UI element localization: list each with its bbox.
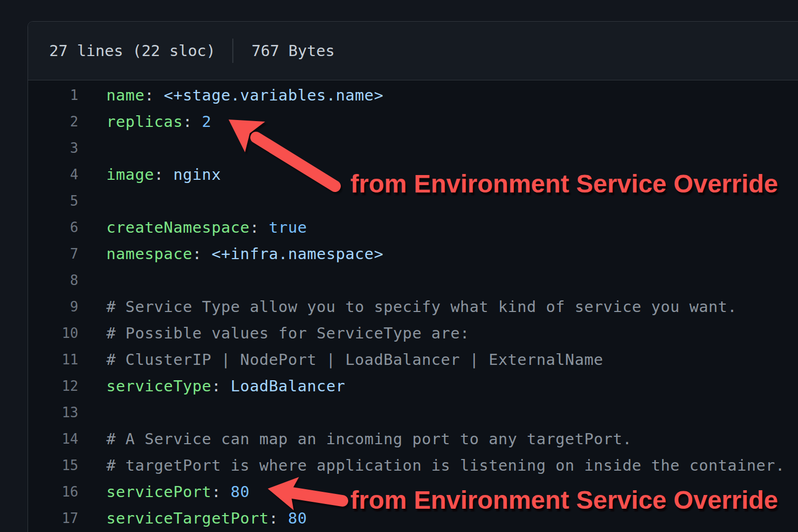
line-number[interactable]: 10 [28, 320, 78, 346]
line-number[interactable]: 7 [28, 241, 78, 267]
code-line: 10# Possible values for ServiceType are: [28, 320, 798, 346]
code-token-key: serviceType [106, 377, 212, 395]
line-number[interactable]: 14 [28, 426, 78, 452]
code-text: serviceType: LoadBalancer [78, 373, 346, 399]
code-text: # targetPort is where application is lis… [78, 452, 785, 479]
code-token-str: LoadBalancer [231, 377, 346, 395]
code-token-comment: # A Service can map an incoming port to … [106, 430, 632, 448]
code-lines: 1name: <+stage.variables.name>2replicas:… [28, 80, 798, 531]
code-line: 8 [28, 267, 798, 293]
code-text: serviceTargetPort: 80 [78, 505, 307, 531]
code-line: 14# A Service can map an incoming port t… [28, 426, 798, 452]
code-token-punc: : [193, 245, 212, 263]
line-number[interactable]: 3 [28, 135, 78, 161]
code-text [78, 188, 106, 214]
code-token-comment: # targetPort is where application is lis… [106, 456, 785, 474]
code-line: 9# Service Type allow you to specify wha… [28, 293, 798, 320]
code-text: # Service Type allow you to specify what… [78, 293, 737, 320]
code-text: namespace: <+infra.namespace> [78, 241, 384, 267]
code-token-num: 2 [202, 113, 212, 131]
code-text: replicas: 2 [78, 108, 212, 135]
code-line: 3 [28, 135, 798, 161]
code-token-punc: : [154, 166, 173, 184]
code-text: servicePort: 80 [78, 479, 250, 505]
file-viewer: 27 lines (22 sloc) 767 Bytes 1name: <+st… [28, 21, 798, 532]
code-token-key: namespace [106, 245, 193, 263]
line-number[interactable]: 1 [28, 82, 78, 108]
code-line: 13 [28, 399, 798, 426]
code-text: # A Service can map an incoming port to … [78, 426, 632, 452]
code-token-comment: # ClusterIP | NodePort | LoadBalancer | … [106, 351, 603, 369]
code-line: 12serviceType: LoadBalancer [28, 373, 798, 399]
header-divider [232, 39, 233, 63]
code-token-key: createNamespace [106, 218, 250, 236]
code-line: 7namespace: <+infra.namespace> [28, 241, 798, 267]
code-line: 1name: <+stage.variables.name> [28, 82, 798, 108]
code-line: 11# ClusterIP | NodePort | LoadBalancer … [28, 346, 798, 373]
code-token-punc: : [212, 377, 231, 395]
annotation-label-bottom: from Environment Service Override [350, 487, 778, 514]
code-text: # Possible values for ServiceType are: [78, 320, 469, 346]
code-token-comment: # Possible values for ServiceType are: [106, 324, 469, 342]
code-token-punc: : [269, 509, 288, 527]
line-number[interactable]: 6 [28, 214, 78, 241]
code-text [78, 135, 106, 161]
line-number[interactable]: 15 [28, 452, 78, 479]
file-lines-info: 27 lines (22 sloc) [49, 42, 215, 60]
code-text: name: <+stage.variables.name> [78, 82, 384, 108]
line-number[interactable]: 11 [28, 346, 78, 373]
line-number[interactable]: 2 [28, 108, 78, 135]
code-token-punc: : [250, 218, 269, 236]
annotation-label-top: from Environment Service Override [350, 170, 778, 198]
line-number[interactable]: 5 [28, 188, 78, 214]
code-token-key: serviceTargetPort [106, 509, 269, 527]
code-token-key: image [106, 166, 154, 184]
line-number[interactable]: 13 [28, 399, 78, 426]
code-token-key: name [106, 86, 144, 104]
code-line: 2replicas: 2 [28, 108, 798, 135]
code-token-str: <+infra.namespace> [212, 245, 384, 263]
line-number[interactable]: 9 [28, 293, 78, 320]
line-number[interactable]: 17 [28, 505, 78, 531]
code-token-punc: : [144, 86, 164, 104]
file-header: 27 lines (22 sloc) 767 Bytes [28, 22, 798, 80]
code-text [78, 399, 106, 426]
code-token-str: nginx [173, 166, 221, 184]
code-token-punc: : [183, 113, 202, 131]
code-token-punc: : [212, 483, 231, 501]
code-text: image: nginx [78, 161, 221, 188]
code-token-key: replicas [106, 113, 183, 131]
file-size: 767 Bytes [251, 42, 334, 60]
code-text [78, 267, 106, 293]
code-token-num: 80 [231, 483, 250, 501]
code-line: 15# targetPort is where application is l… [28, 452, 798, 479]
line-number[interactable]: 12 [28, 373, 78, 399]
line-number[interactable]: 4 [28, 161, 78, 188]
line-number[interactable]: 8 [28, 267, 78, 293]
line-number[interactable]: 16 [28, 479, 78, 505]
code-line: 6createNamespace: true [28, 214, 798, 241]
code-token-bool: true [269, 218, 307, 236]
code-token-key: servicePort [106, 483, 212, 501]
code-token-comment: # Service Type allow you to specify what… [106, 298, 737, 316]
code-token-num: 80 [288, 509, 307, 527]
code-token-str: <+stage.variables.name> [164, 86, 383, 104]
code-text: createNamespace: true [78, 214, 307, 241]
code-text: # ClusterIP | NodePort | LoadBalancer | … [78, 346, 603, 373]
